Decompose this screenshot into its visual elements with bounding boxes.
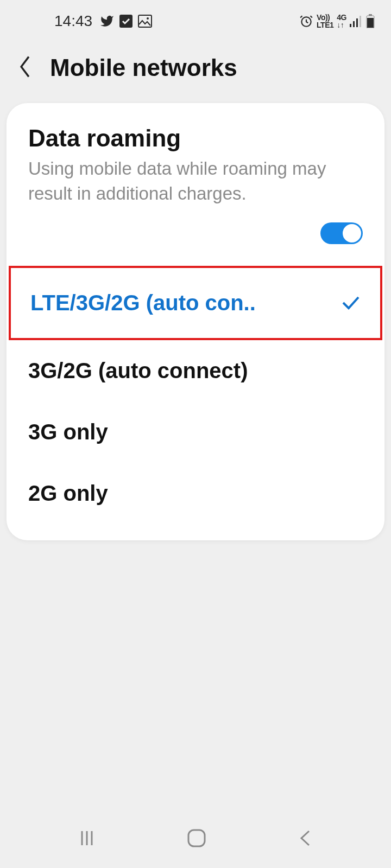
data-roaming-switch-row	[7, 206, 384, 255]
data-roaming-title: Data roaming	[28, 125, 363, 152]
svg-rect-10	[367, 18, 374, 28]
network-mode-option-3g[interactable]: 3G only	[7, 401, 384, 463]
gallery-icon	[138, 15, 152, 28]
home-button[interactable]	[186, 828, 207, 848]
option-label: 2G only	[28, 481, 108, 506]
data-roaming-desc: Using mobile data while roaming may resu…	[28, 156, 363, 206]
toggle-knob	[342, 223, 362, 244]
network-mode-option-lte[interactable]: LTE/3G/2G (auto con..	[9, 266, 382, 340]
option-label: 3G/2G (auto connect)	[28, 359, 248, 383]
status-time: 14:43	[54, 12, 92, 30]
check-icon	[341, 291, 361, 315]
svg-rect-1	[138, 15, 152, 27]
status-bar: 14:43 Vo)) LTE1 4G ↓↑	[0, 0, 391, 38]
option-label: LTE/3G/2G (auto con..	[30, 291, 256, 315]
signal-icon	[350, 15, 363, 27]
svg-rect-6	[356, 18, 358, 27]
svg-rect-4	[350, 24, 351, 27]
back-button[interactable]	[16, 54, 34, 81]
system-nav-bar	[0, 819, 391, 868]
settings-card: Data roaming Using mobile data while roa…	[7, 103, 384, 540]
twitter-icon	[100, 14, 114, 28]
nav-back-button[interactable]	[297, 828, 313, 848]
option-label: 3G only	[28, 420, 108, 444]
page-header: Mobile networks	[0, 38, 391, 103]
svg-rect-5	[353, 21, 355, 27]
network-type-indicator: 4G ↓↑	[337, 14, 346, 29]
network-mode-option-2g[interactable]: 2G only	[7, 463, 384, 524]
network-mode-option-3g2g[interactable]: 3G/2G (auto connect)	[7, 340, 384, 401]
status-right: Vo)) LTE1 4G ↓↑	[299, 14, 375, 29]
battery-icon	[366, 14, 375, 28]
data-roaming-toggle[interactable]	[320, 222, 363, 244]
svg-rect-7	[360, 16, 361, 27]
status-left: 14:43	[16, 12, 152, 30]
svg-rect-14	[188, 830, 205, 846]
recents-button[interactable]	[78, 829, 96, 847]
alarm-icon	[299, 14, 313, 28]
svg-point-2	[147, 17, 149, 20]
page-title: Mobile networks	[50, 54, 237, 81]
checkbox-icon	[119, 15, 133, 28]
network-mode-options: LTE/3G/2G (auto con.. 3G/2G (auto connec…	[7, 266, 384, 524]
volte-indicator: Vo)) LTE1	[317, 14, 333, 29]
data-roaming-section[interactable]: Data roaming Using mobile data while roa…	[7, 125, 384, 206]
